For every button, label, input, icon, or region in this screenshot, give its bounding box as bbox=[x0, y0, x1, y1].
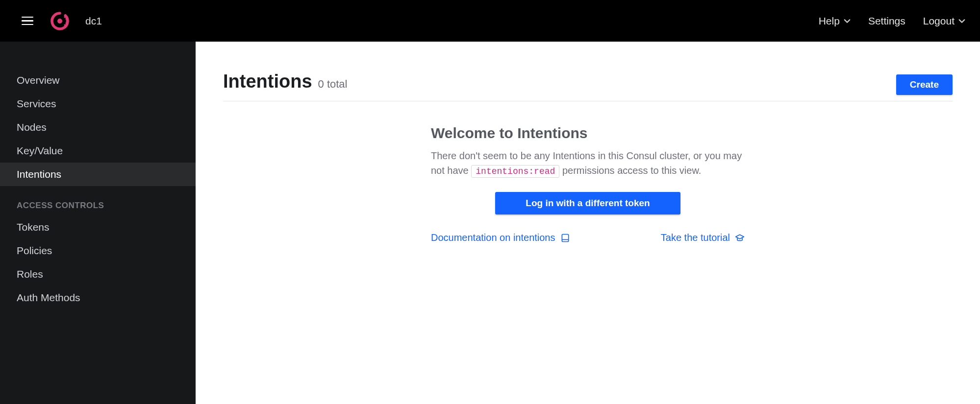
svg-rect-6 bbox=[562, 234, 568, 241]
consul-logo[interactable] bbox=[50, 11, 70, 31]
documentation-link[interactable]: Documentation on intentions bbox=[431, 232, 570, 243]
svg-point-3 bbox=[66, 20, 67, 22]
tutorial-link[interactable]: Take the tutorial bbox=[661, 232, 745, 243]
sidebar-item-policies[interactable]: Policies bbox=[0, 239, 196, 262]
empty-state: Welcome to Intentions There don't seem t… bbox=[431, 125, 745, 243]
chevron-down-icon bbox=[844, 18, 851, 24]
create-button[interactable]: Create bbox=[896, 74, 953, 95]
documentation-link-label: Documentation on intentions bbox=[431, 232, 555, 243]
sidebar-item-key-value[interactable]: Key/Value bbox=[0, 139, 196, 163]
hamburger-menu-icon[interactable] bbox=[22, 14, 35, 28]
graduation-cap-icon bbox=[735, 233, 745, 243]
sidebar: Overview Services Nodes Key/Value Intent… bbox=[0, 42, 196, 404]
settings-label: Settings bbox=[868, 15, 905, 27]
help-label: Help bbox=[819, 15, 840, 27]
sidebar-item-services[interactable]: Services bbox=[0, 92, 196, 116]
sidebar-item-roles[interactable]: Roles bbox=[0, 262, 196, 286]
sidebar-item-nodes[interactable]: Nodes bbox=[0, 116, 196, 139]
svg-point-1 bbox=[64, 16, 65, 18]
page-header: Intentions 0 total Create bbox=[223, 71, 953, 101]
page-title: Intentions bbox=[223, 71, 312, 92]
svg-point-2 bbox=[65, 18, 67, 20]
logout-menu[interactable]: Logout bbox=[923, 15, 965, 27]
empty-text-after: permissions access to this view. bbox=[559, 165, 701, 176]
book-icon bbox=[560, 233, 570, 243]
datacenter-label[interactable]: dc1 bbox=[85, 15, 102, 27]
page-subtitle: 0 total bbox=[318, 78, 348, 91]
help-menu[interactable]: Help bbox=[819, 15, 851, 27]
empty-state-links: Documentation on intentions Take the tut… bbox=[431, 232, 745, 243]
sidebar-item-intentions[interactable]: Intentions bbox=[0, 163, 196, 186]
sidebar-item-tokens[interactable]: Tokens bbox=[0, 215, 196, 239]
top-bar: dc1 Help Settings Logout bbox=[0, 0, 980, 42]
tutorial-link-label: Take the tutorial bbox=[661, 232, 730, 243]
settings-link[interactable]: Settings bbox=[868, 15, 905, 27]
svg-point-5 bbox=[64, 24, 65, 25]
login-different-token-button[interactable]: Log in with a different token bbox=[495, 192, 680, 214]
sidebar-section-access-controls: ACCESS CONTROLS bbox=[0, 186, 196, 215]
empty-state-text: There don't seem to be any Intentions in… bbox=[431, 148, 745, 178]
svg-point-4 bbox=[65, 22, 67, 24]
logout-label: Logout bbox=[923, 15, 955, 27]
empty-state-title: Welcome to Intentions bbox=[431, 125, 745, 142]
sidebar-item-auth-methods[interactable]: Auth Methods bbox=[0, 286, 196, 309]
chevron-down-icon bbox=[958, 18, 965, 24]
svg-point-0 bbox=[57, 19, 62, 24]
main-content: Intentions 0 total Create Welcome to Int… bbox=[196, 42, 980, 404]
permission-code-badge: intentions:read bbox=[471, 165, 559, 178]
sidebar-item-overview[interactable]: Overview bbox=[0, 69, 196, 92]
